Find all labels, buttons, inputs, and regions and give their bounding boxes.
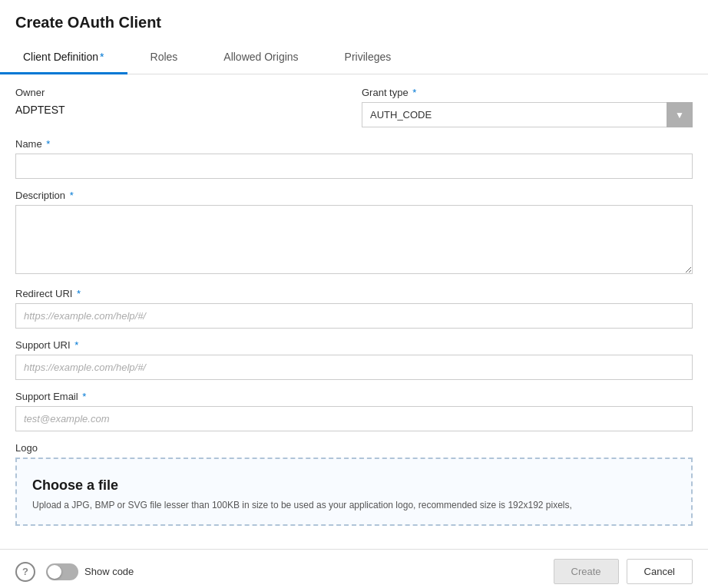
support-email-input[interactable] bbox=[15, 406, 693, 431]
tab-client-definition[interactable]: Client Definition* bbox=[0, 41, 127, 74]
support-uri-field-group: Support URI * bbox=[15, 339, 693, 380]
create-oauth-dialog: Create OAuth Client Client Definition* R… bbox=[0, 0, 708, 588]
grant-type-field: Grant type * AUTH_CODE CLIENT_CREDENTIAL… bbox=[362, 87, 693, 127]
grant-type-select[interactable]: AUTH_CODE CLIENT_CREDENTIALS IMPLICIT PA… bbox=[362, 102, 693, 127]
show-code-wrapper: Show code bbox=[46, 563, 134, 580]
show-code-toggle[interactable] bbox=[46, 563, 78, 580]
footer-left: ? Show code bbox=[15, 562, 134, 582]
name-input[interactable] bbox=[15, 154, 693, 179]
tab-bar: Client Definition* Roles Allowed Origins… bbox=[0, 41, 708, 74]
support-uri-label: Support URI * bbox=[15, 339, 693, 351]
logo-field-group: Logo Choose a file Upload a JPG, BMP or … bbox=[15, 442, 693, 526]
owner-field: Owner ADPTEST bbox=[15, 87, 346, 127]
dialog-title: Create OAuth Client bbox=[0, 0, 708, 41]
description-label: Description * bbox=[15, 190, 693, 201]
logo-dropzone-desc: Upload a JPG, BMP or SVG file lesser tha… bbox=[32, 500, 676, 510]
help-icon[interactable]: ? bbox=[15, 562, 35, 582]
form-area: Owner ADPTEST Grant type * AUTH_CODE CLI… bbox=[0, 74, 708, 549]
logo-dropzone[interactable]: Choose a file Upload a JPG, BMP or SVG f… bbox=[15, 458, 693, 526]
support-email-field-group: Support Email * bbox=[15, 391, 693, 431]
tab-allowed-origins[interactable]: Allowed Origins bbox=[200, 41, 321, 74]
name-label: Name * bbox=[15, 138, 693, 150]
redirect-uri-label: Redirect URI * bbox=[15, 288, 693, 299]
owner-granttype-row: Owner ADPTEST Grant type * AUTH_CODE CLI… bbox=[15, 87, 693, 127]
redirect-uri-input[interactable] bbox=[15, 303, 693, 329]
logo-dropzone-title: Choose a file bbox=[32, 477, 676, 494]
name-field-group: Name * bbox=[15, 138, 693, 179]
footer-right: Create Cancel bbox=[554, 559, 693, 584]
description-textarea[interactable] bbox=[15, 205, 693, 274]
description-field-group: Description * bbox=[15, 190, 693, 277]
dialog-footer: ? Show code Create Cancel bbox=[0, 549, 708, 588]
redirect-uri-field-group: Redirect URI * bbox=[15, 288, 693, 329]
show-code-label: Show code bbox=[84, 566, 134, 577]
support-email-label: Support Email * bbox=[15, 391, 693, 402]
logo-label: Logo bbox=[15, 442, 693, 454]
owner-label: Owner bbox=[15, 87, 346, 98]
owner-value: ADPTEST bbox=[15, 102, 346, 117]
cancel-button[interactable]: Cancel bbox=[627, 559, 693, 584]
create-button[interactable]: Create bbox=[554, 559, 619, 584]
grant-type-select-wrapper: AUTH_CODE CLIENT_CREDENTIALS IMPLICIT PA… bbox=[362, 102, 693, 127]
tab-privileges[interactable]: Privileges bbox=[322, 41, 415, 74]
support-uri-input[interactable] bbox=[15, 355, 693, 380]
grant-type-label: Grant type * bbox=[362, 87, 693, 98]
tab-roles[interactable]: Roles bbox=[127, 41, 201, 74]
toggle-knob bbox=[48, 565, 61, 579]
